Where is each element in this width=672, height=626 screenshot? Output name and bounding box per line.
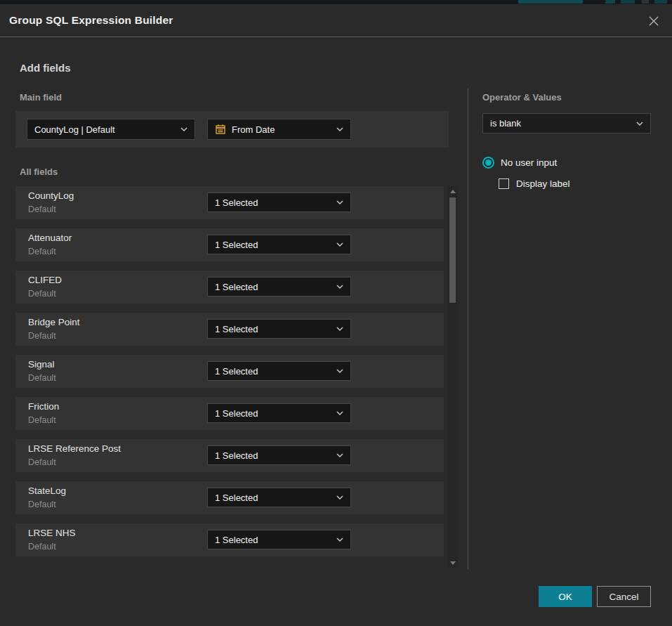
chevron-down-icon [336, 453, 343, 457]
operator-dropdown-value: is blank [490, 118, 631, 129]
field-name: StateLog [28, 485, 66, 496]
field-selection-dropdown[interactable]: 1 Selected [207, 445, 351, 465]
field-name: CLIFED [28, 275, 62, 285]
field-selection-value: 1 Selected [215, 324, 331, 334]
main-field-dropdown[interactable]: From Date [207, 119, 351, 140]
group-sql-expression-builder-dialog: Group SQL Expression Builder Add fields … [0, 4, 672, 626]
background-toolbar-fragment [518, 0, 583, 4]
field-name: Attenuator [28, 233, 72, 243]
calendar-icon [215, 124, 226, 135]
field-name: LRSE Reference Post [28, 443, 121, 454]
operator-dropdown[interactable]: is blank [482, 113, 651, 133]
field-sublabel: Default [28, 204, 56, 214]
field-selection-dropdown[interactable]: 1 Selected [207, 277, 351, 296]
background-toolbar-fragment [654, 0, 667, 4]
scroll-down-icon[interactable] [447, 558, 458, 568]
main-layer-dropdown[interactable]: CountyLog | Default [27, 119, 195, 140]
field-name: Friction [28, 401, 59, 412]
field-sublabel: Default [28, 500, 56, 509]
field-sublabel: Default [28, 542, 56, 552]
field-row: Attenuator Default 1 Selected [15, 228, 444, 261]
checkbox-label: Display label [516, 178, 570, 189]
chevron-down-icon [636, 122, 643, 126]
field-sublabel: Default [28, 457, 56, 467]
field-row: LRSE Reference Post Default 1 Selected [15, 439, 444, 472]
field-row: CLIFED Default 1 Selected [15, 270, 444, 304]
main-field-dropdown-value: From Date [232, 124, 331, 135]
chevron-down-icon [336, 369, 343, 373]
field-sublabel: Default [28, 289, 56, 299]
field-name: Bridge Point [28, 317, 80, 327]
main-field-band: CountyLog | Default From Date [15, 111, 449, 148]
field-row: Friction Default 1 Selected [15, 397, 444, 430]
close-icon[interactable] [644, 11, 664, 31]
scrollbar-thumb[interactable] [449, 197, 456, 303]
field-selection-dropdown[interactable]: 1 Selected [207, 193, 351, 212]
fields-list-scrollbar[interactable] [447, 186, 458, 568]
chevron-down-icon [336, 495, 343, 500]
field-sublabel: Default [28, 415, 56, 425]
background-toolbar-fragment [605, 0, 615, 4]
all-fields-label: All fields [20, 167, 58, 177]
background-toolbar-fragment [621, 0, 635, 4]
field-selection-value: 1 Selected [215, 408, 331, 419]
display-label-checkbox[interactable]: Display label [499, 178, 570, 189]
field-sublabel: Default [28, 373, 56, 383]
field-selection-dropdown[interactable]: 1 Selected [207, 403, 351, 423]
field-selection-value: 1 Selected [215, 366, 331, 377]
field-selection-dropdown[interactable]: 1 Selected [207, 361, 351, 381]
cancel-button[interactable]: Cancel [597, 586, 651, 607]
main-layer-dropdown-value: CountyLog | Default [34, 124, 175, 135]
panel-divider [468, 88, 468, 570]
radio-selected-icon [482, 157, 494, 169]
field-name: Signal [28, 359, 55, 370]
field-selection-value: 1 Selected [215, 240, 331, 250]
field-row: LRSE NHS Default 1 Selected [15, 523, 444, 556]
chevron-down-icon [336, 411, 343, 415]
background-toolbar-fragment [642, 0, 649, 4]
chevron-down-icon [336, 242, 343, 247]
all-fields-list: CountyLog Default 1 Selected Attenuator … [15, 186, 444, 566]
add-fields-heading: Add fields [20, 62, 71, 74]
no-user-input-radio[interactable]: No user input [482, 157, 557, 169]
chevron-down-icon [336, 537, 343, 542]
dialog-title: Group SQL Expression Builder [9, 14, 173, 27]
field-row: CountyLog Default 1 Selected [15, 186, 444, 219]
radio-label: No user input [501, 157, 557, 168]
chevron-down-icon [336, 327, 343, 331]
field-sublabel: Default [28, 247, 56, 256]
dialog-header: Group SQL Expression Builder [0, 4, 672, 37]
field-name: CountyLog [28, 190, 74, 201]
chevron-down-icon [336, 127, 343, 131]
field-selection-dropdown[interactable]: 1 Selected [207, 488, 351, 507]
field-selection-value: 1 Selected [215, 493, 331, 503]
chevron-down-icon [180, 127, 187, 131]
field-selection-value: 1 Selected [215, 197, 331, 208]
field-selection-value: 1 Selected [215, 282, 331, 292]
field-name: LRSE NHS [28, 528, 76, 538]
chevron-down-icon [336, 200, 343, 204]
field-selection-dropdown[interactable]: 1 Selected [207, 530, 351, 549]
operator-values-heading: Operator & Values [482, 92, 562, 103]
field-selection-dropdown[interactable]: 1 Selected [207, 319, 351, 339]
main-field-label: Main field [20, 92, 62, 103]
checkbox-unchecked-icon [499, 178, 509, 189]
field-selection-value: 1 Selected [215, 450, 331, 461]
ok-button[interactable]: OK [539, 586, 592, 607]
field-row: Bridge Point Default 1 Selected [15, 313, 444, 346]
field-row: StateLog Default 1 Selected [15, 481, 444, 514]
field-sublabel: Default [28, 331, 56, 341]
field-selection-dropdown[interactable]: 1 Selected [207, 235, 351, 254]
scroll-up-icon[interactable] [447, 186, 458, 196]
field-row: Signal Default 1 Selected [15, 355, 444, 388]
field-selection-value: 1 Selected [215, 535, 331, 545]
chevron-down-icon [336, 285, 343, 289]
